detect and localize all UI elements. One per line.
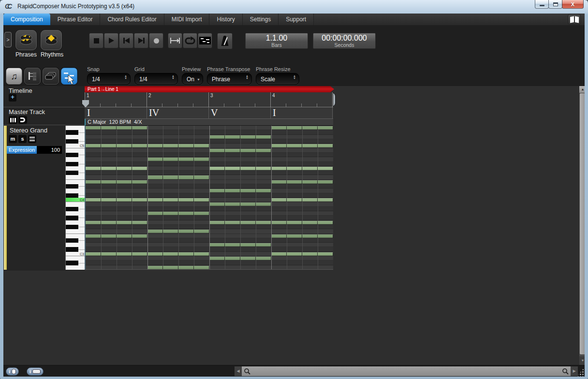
- phrase-transpose-select[interactable]: Phrase ▲▼: [207, 73, 252, 85]
- time-display[interactable]: 00:00:00.000 Seconds: [313, 33, 376, 49]
- piano-key-C3[interactable]: C3: [66, 252, 85, 256]
- tab-support[interactable]: Support: [279, 14, 314, 25]
- preview-select[interactable]: On ▼: [182, 73, 203, 85]
- resize-grip[interactable]: [577, 366, 585, 377]
- piano-key-A3[interactable]: [66, 211, 85, 216]
- grid-select[interactable]: 1/4 ▲▼: [134, 73, 178, 85]
- note-F3-bar-2[interactable]: [147, 230, 209, 233]
- note-C4-bar-2[interactable]: [147, 198, 209, 202]
- note-C3-bar-4[interactable]: [271, 252, 333, 256]
- titlebar[interactable]: CC RapidComposer Music Prototyping v3.5 …: [0, 0, 588, 14]
- note-C5-bar-1[interactable]: [86, 144, 147, 147]
- note-A2-bar-2[interactable]: [147, 266, 209, 269]
- vertical-scrollbar-thumb[interactable]: [580, 93, 585, 354]
- phrase-resize-select[interactable]: Scale ▲▼: [256, 73, 299, 85]
- tab-midi-import[interactable]: MIDI Import: [164, 14, 210, 25]
- rhythms-button[interactable]: [41, 30, 62, 50]
- note-E4-bar-4[interactable]: [271, 180, 333, 184]
- timeline-ruler[interactable]: 1234: [85, 92, 333, 107]
- piano-key-B2[interactable]: [66, 256, 85, 261]
- solo-button[interactable]: s: [18, 135, 27, 143]
- piano-key-D5[interactable]: [66, 135, 85, 139]
- maximize-button[interactable]: [548, 0, 562, 9]
- note-C5-bar-4[interactable]: [271, 144, 333, 147]
- zoom-right-icon[interactable]: [562, 368, 569, 375]
- piano-key-E3[interactable]: [66, 234, 85, 238]
- note-C4-bar-1[interactable]: [86, 198, 147, 202]
- note-B4-bar-3[interactable]: [209, 149, 271, 152]
- piano-key-D4[interactable]: [66, 189, 85, 193]
- loop-selection-button[interactable]: [198, 33, 212, 48]
- piano-key-C#3[interactable]: [66, 247, 85, 251]
- scroll-down-icon[interactable]: ▼: [579, 356, 585, 365]
- piano-key-C#4[interactable]: [66, 193, 85, 198]
- piano-key-E5[interactable]: [66, 126, 85, 130]
- keyboard-info-button[interactable]: i: [27, 367, 44, 376]
- note-G3-bar-1[interactable]: [86, 221, 147, 224]
- phrases-button[interactable]: [15, 30, 37, 50]
- note-C4-bar-4[interactable]: [271, 198, 333, 202]
- scroll-up-icon[interactable]: ▲: [579, 86, 585, 93]
- piano-key-C4[interactable]: C4: [66, 198, 85, 202]
- note-B2-bar-3[interactable]: [209, 257, 271, 260]
- piano-key-A#4[interactable]: [66, 153, 85, 157]
- piano-key-A2[interactable]: [66, 265, 85, 270]
- note-G4-bar-1[interactable]: [86, 167, 147, 170]
- note-D5-bar-3[interactable]: [209, 135, 271, 139]
- metronome-button[interactable]: [217, 33, 233, 49]
- snap-spinner-icon[interactable]: ▲▼: [124, 75, 127, 80]
- note-E4-bar-1[interactable]: [86, 180, 147, 184]
- go-to-end-button[interactable]: [134, 33, 148, 48]
- piano-key-D#4[interactable]: [66, 184, 85, 189]
- bars-display[interactable]: 1.1.00 Bars: [245, 33, 308, 49]
- piano-key-F#4[interactable]: [66, 171, 85, 175]
- piano-key-A#2[interactable]: [66, 261, 85, 265]
- piano-key-F3[interactable]: [66, 229, 85, 233]
- piano-key-F4[interactable]: [66, 175, 85, 179]
- timeline-add-button[interactable]: +: [9, 94, 16, 102]
- play-button[interactable]: [104, 33, 118, 48]
- piano-key-G#3[interactable]: [66, 216, 85, 220]
- expression-slider[interactable]: Expression 100: [7, 146, 62, 154]
- note-G3-bar-4[interactable]: [271, 221, 333, 224]
- loop-button[interactable]: [183, 33, 197, 48]
- mute-button[interactable]: m: [9, 135, 17, 143]
- scroll-right-icon[interactable]: ▶: [571, 366, 578, 376]
- note-A3-bar-2[interactable]: [147, 212, 209, 215]
- zoom-left-icon[interactable]: [244, 368, 250, 375]
- minimize-button[interactable]: [535, 0, 549, 9]
- stop-button[interactable]: [89, 33, 103, 48]
- horizontal-scrollbar-thumb[interactable]: [242, 366, 571, 376]
- expand-panel-button[interactable]: >: [4, 32, 12, 47]
- note-A4-bar-2[interactable]: [147, 158, 209, 161]
- mouse-info-button[interactable]: i: [6, 367, 19, 376]
- note-E5-bar-4[interactable]: [271, 126, 333, 130]
- grid-spinner-icon[interactable]: ▲▼: [172, 75, 175, 80]
- play-range-button[interactable]: [168, 33, 182, 48]
- record-button[interactable]: [149, 33, 163, 48]
- tab-phrase-editor[interactable]: Phrase Editor: [50, 14, 101, 25]
- piano-key-C5[interactable]: C5: [66, 144, 85, 148]
- note-G4-bar-3[interactable]: [209, 167, 271, 170]
- piano-key-B4[interactable]: [66, 148, 85, 153]
- vertical-scrollbar[interactable]: ▲ ▼: [579, 86, 585, 365]
- layers-tool-button[interactable]: [43, 68, 59, 85]
- phrase-transpose-spinner-icon[interactable]: ▲▼: [246, 75, 249, 80]
- piano-key-E4[interactable]: [66, 180, 85, 184]
- chord-cell-4[interactable]: I: [270, 107, 333, 119]
- note-F4-bar-2[interactable]: [147, 175, 209, 179]
- note-D3-bar-3[interactable]: [209, 243, 271, 247]
- note-E5-bar-1[interactable]: [86, 126, 147, 130]
- part-header-bar[interactable]: Part 1→Line 1: [85, 86, 334, 92]
- piano-key-F#3[interactable]: [66, 225, 85, 229]
- master-loop-button[interactable]: [18, 116, 27, 124]
- piano-key-G4[interactable]: [66, 166, 85, 171]
- chord-cell-1[interactable]: I: [85, 107, 147, 119]
- note-E3-bar-1[interactable]: [86, 234, 147, 238]
- piano-key-D#3[interactable]: [66, 238, 85, 243]
- help-manual-button[interactable]: [568, 14, 581, 25]
- note-E3-bar-4[interactable]: [271, 234, 333, 238]
- piano-keyboard[interactable]: C5C4C3: [65, 126, 85, 270]
- note-G4-bar-4[interactable]: [271, 167, 333, 170]
- track-tree-tool-button[interactable]: [24, 68, 41, 85]
